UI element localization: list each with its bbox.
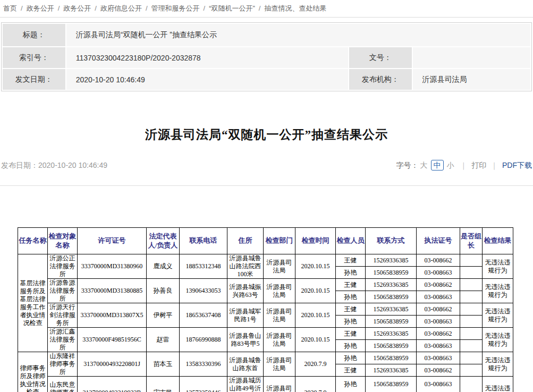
font-size-small-button[interactable]: 小 xyxy=(447,161,454,169)
cell-inspector-name: 王健 xyxy=(336,364,366,377)
cell-inspector-contact: 15269336385 xyxy=(366,303,417,316)
cell-license: 33370000F49851956C xyxy=(78,328,147,352)
cell-leader xyxy=(460,377,483,392)
content-divider xyxy=(0,185,533,186)
font-size-label: 字号： xyxy=(396,161,419,169)
col-task: 任务名称 xyxy=(18,228,48,254)
cell-rep: 鹿成义 xyxy=(147,254,180,279)
cell-rep: 赵雷 xyxy=(147,328,180,352)
breadcrumb-link[interactable]: 管理和服务公开 xyxy=(151,4,200,12)
print-button[interactable]: 打印 xyxy=(471,161,486,169)
cell-rep: 伊树平 xyxy=(147,303,180,328)
cell-date: 2020.10.15 xyxy=(295,279,336,303)
table-row: 律师事务所及律师执业情况检查 山东隆祥律师事务所 313700004932208… xyxy=(18,352,513,364)
cell-dept: 沂源县司法局 xyxy=(264,303,295,328)
meta-issuedate-label: 发文日期： xyxy=(3,69,65,90)
cell-org: 沂源汇鑫法律服务所 xyxy=(48,328,78,352)
cell-inspector-name: 王健 xyxy=(336,303,366,316)
cell-address: 沂源县鲁山路83号甲5 xyxy=(227,328,264,352)
cell-inspector-cert: 03-008662 xyxy=(417,254,460,267)
cell-leader xyxy=(460,364,483,377)
meta-row-date: 发文日期： 2020-10-20 10:46:49 发布机构： 沂源县司法局 xyxy=(3,69,530,90)
cell-rep: 宋志民 xyxy=(147,377,180,392)
cell-result: 无违法违规行为 xyxy=(483,279,513,303)
cell-inspector-contact: 15269336385 xyxy=(366,364,417,377)
breadcrumb-link[interactable]: “双随机一公开” xyxy=(209,4,255,12)
cell-leader xyxy=(460,328,483,340)
cell-dept: 沂源县司法局 xyxy=(264,377,295,392)
cell-inspector-cert: 03-008662 xyxy=(417,328,460,340)
cell-license: 33370000MD31380885 xyxy=(78,279,147,303)
cell-address: 沂源县城鲁山路东首 xyxy=(227,352,264,377)
cell-leader xyxy=(460,303,483,316)
cell-inspector-name: 孙艳 xyxy=(336,291,366,303)
cell-inspector-name: 孙艳 xyxy=(336,267,366,279)
breadcrumb-link[interactable]: 政务公开 xyxy=(63,4,91,12)
article-meta-bar: 发布日期：2020-10-20 10:46:49 字号：大中小｜打印｜PDF下载 xyxy=(1,160,532,172)
cell-inspector-name: 孙艳 xyxy=(336,377,366,392)
table-row: 沂源天行剑法律服务所 33370000MD313807X5 伊树平 186536… xyxy=(18,303,513,316)
divider-bar: ｜ xyxy=(490,161,498,169)
cell-org: 山东隆祥律师事务所 xyxy=(48,352,78,377)
meta-issuedate-value: 2020-10-20 10:46:49 xyxy=(66,69,348,90)
cell-org: 沂源公正法律服务所 xyxy=(48,254,78,279)
cell-rep: 苗本玉 xyxy=(147,352,180,377)
cell-inspector-contact: 15065838959 xyxy=(366,352,417,364)
cell-license: 31370000493220801J xyxy=(78,352,147,377)
cell-inspector-cert: 03-008662 xyxy=(417,279,460,291)
breadcrumb-separator: / xyxy=(21,4,23,12)
cell-leader xyxy=(460,291,483,303)
cell-phone: 13573350446 xyxy=(180,377,227,392)
breadcrumb-link[interactable]: 抽查情况、查处结果 xyxy=(264,4,326,12)
cell-inspector-cert: 03-008662 xyxy=(417,303,460,316)
cell-result: 无违法违规行为 xyxy=(483,328,513,352)
col-dept: 检查部门 xyxy=(264,228,295,254)
page-title: 沂源县司法局“双随机一公开”抽查结果公示 xyxy=(0,126,533,143)
pdf-download-link[interactable]: PDF下载 xyxy=(502,161,532,169)
meta-docno-label: 文号： xyxy=(349,47,412,68)
col-result: 检查结果 xyxy=(483,228,513,254)
breadcrumb-separator: / xyxy=(259,4,261,12)
col-leader: 是否组长 xyxy=(460,228,483,254)
cell-org: 沂源天行剑法律服务所 xyxy=(48,303,78,328)
col-org: 检查对象名称 xyxy=(48,228,78,254)
cell-inspector-name: 孙艳 xyxy=(336,352,366,364)
meta-title-value: 沂源县司法局“双随机一公开 ”抽查结果公示 xyxy=(66,24,530,46)
meta-index-value: 11370323004223180P/2020-2032878 xyxy=(66,47,348,68)
cell-phone: 18653637408 xyxy=(180,303,227,328)
col-rep: 法定代表人/负责人 xyxy=(147,228,180,254)
cell-address: 沂源县城振兴路63号 xyxy=(227,279,264,303)
cell-result: 无违法违规行为 xyxy=(483,303,513,328)
cell-task: 基层法律服务所及基层法律服务工作者执业情况检查 xyxy=(18,254,48,352)
cell-date: 2020.10.15 xyxy=(295,328,336,352)
font-size-medium-button[interactable]: 中 xyxy=(431,160,444,171)
cell-date: 2020.7.9 xyxy=(295,377,336,392)
cell-license: 33370000MD31380960 xyxy=(78,254,147,279)
cell-dept: 沂源县司法局 xyxy=(264,279,295,303)
font-size-large-button[interactable]: 大 xyxy=(420,161,428,169)
cell-org: 山东民意律师事务所 xyxy=(48,377,78,392)
cell-dept: 沂源县司法局 xyxy=(264,328,295,352)
cell-inspector-cert: 03-008663 xyxy=(417,291,460,303)
table-row: 山东民意律师事务所 31370000493219923R 宋志民 1357335… xyxy=(18,377,513,392)
cell-leader xyxy=(460,254,483,267)
breadcrumb-link[interactable]: 首页 xyxy=(3,4,17,12)
publish-date: 发布日期：2020-10-20 10:46:49 xyxy=(1,161,107,171)
cell-inspector-name: 孙艳 xyxy=(336,316,366,328)
cell-inspector-name: 王健 xyxy=(336,279,366,291)
table-header-row: 任务名称 检查对象名称 许可证号 法定代表人/负责人 联系电话 住所 检查部门 … xyxy=(18,228,513,254)
cell-result: 无违法违规行为 xyxy=(483,377,513,392)
meta-index-label: 索引号： xyxy=(3,47,65,68)
cell-inspector-contact: 15065838959 xyxy=(366,340,417,352)
col-contact: 联系方式 xyxy=(366,228,417,254)
breadcrumb-link[interactable]: 政务公开 xyxy=(27,4,54,12)
cell-license: 33370000MD313807X5 xyxy=(78,303,147,328)
meta-row-title: 标题： 沂源县司法局“双随机一公开 ”抽查结果公示 xyxy=(3,24,530,46)
breadcrumb-link[interactable]: 政府信息公开 xyxy=(100,4,142,12)
cell-phone: 13906433053 xyxy=(180,279,227,303)
article-controls: 字号：大中小｜打印｜PDF下载 xyxy=(396,161,532,171)
cell-org: 沂源鲁源法律服务所 xyxy=(48,279,78,303)
inspection-table: 任务名称 检查对象名称 许可证号 法定代表人/负责人 联系电话 住所 检查部门 … xyxy=(18,227,513,392)
cell-date: 2020.10.15 xyxy=(295,303,336,328)
cell-address: 沂源县城军民路1号 xyxy=(227,303,264,328)
